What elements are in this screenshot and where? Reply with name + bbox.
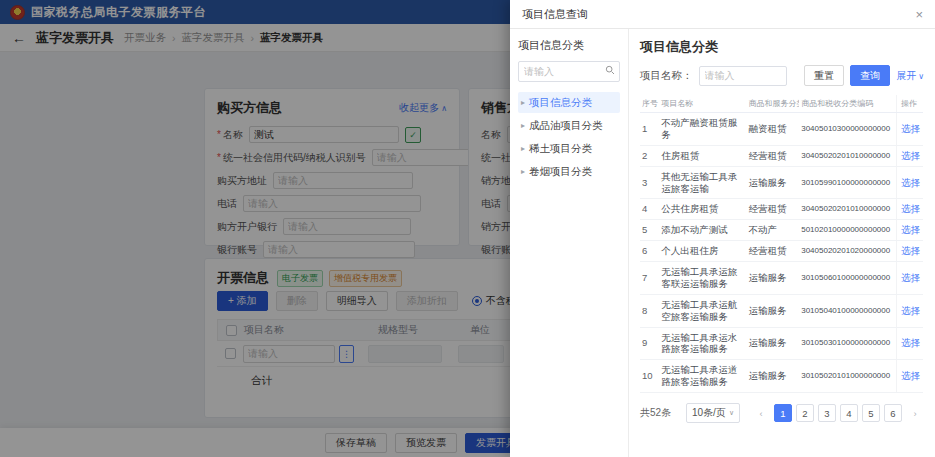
pagination-bar: 共52条 10条/页 ∨ ‹ 123456 › [640, 403, 924, 423]
expand-link[interactable]: 展开 [896, 69, 924, 83]
cell-no: 9 [640, 327, 659, 360]
page-button-3[interactable]: 3 [818, 404, 836, 422]
cell-name: 个人出租住房 [659, 241, 746, 262]
tree-expand-caret-icon[interactable]: ▸ [521, 144, 525, 153]
select-row-link[interactable]: 选择 [901, 305, 920, 316]
cell-short: 不动产 [746, 220, 799, 241]
search-icon [605, 65, 615, 77]
query-button[interactable]: 查询 [850, 65, 890, 86]
drawer-header: 项目信息查询 × [510, 0, 935, 29]
project-query-drawer: 项目信息查询 × 项目信息分类 ▸项目信息分类▸成品油项目分类▸稀土项目分类▸卷… [510, 0, 935, 457]
col-header-category-short: 商品和服务分类简称 [746, 95, 799, 113]
cell-code: 30105060100000000000 [799, 262, 896, 295]
cell-name: 不动产融资租赁服务 [659, 113, 746, 146]
page-size-select[interactable]: 10条/页 ∨ [686, 403, 740, 423]
table-row: 3其他无运输工具承运旅客运输运输服务30105990100000000000选择 [640, 166, 923, 199]
cell-no: 6 [640, 241, 659, 262]
cell-no: 3 [640, 166, 659, 199]
cell-name: 公共住房租赁 [659, 199, 746, 220]
select-row-link[interactable]: 选择 [901, 224, 920, 235]
reset-button[interactable]: 重置 [804, 65, 844, 86]
tree-item-label: 项目信息分类 [529, 96, 592, 110]
cell-code: 30105990100000000000 [799, 166, 896, 199]
tree-item-label: 卷烟项目分类 [529, 165, 592, 179]
cell-code: 30405020201010000000 [799, 145, 896, 166]
select-row-link[interactable]: 选择 [901, 245, 920, 256]
col-header-action: 操作 [897, 95, 923, 113]
prev-page-button[interactable]: ‹ [752, 404, 770, 422]
cell-name: 其他无运输工具承运旅客运输 [659, 166, 746, 199]
screen: 国家税务总局电子发票服务平台 ← 蓝字发票开具 开票业务›蓝字发票开具›蓝字发票… [0, 0, 935, 457]
cell-name: 无运输工具承运道路旅客运输服务 [659, 360, 746, 393]
cell-no: 8 [640, 294, 659, 327]
select-row-link[interactable]: 选择 [901, 370, 920, 381]
col-header-tax-code: 商品和税收分类编码 [799, 95, 896, 113]
table-row: 8无运输工具承运航空旅客运输服务运输服务30105040100000000000… [640, 294, 923, 327]
cell-code: 30105030100000000000 [799, 327, 896, 360]
table-row: 4公共住房租赁经营租赁30405020201010000000选择 [640, 199, 923, 220]
cell-short: 运输服务 [746, 360, 799, 393]
tree-item-category[interactable]: ▸卷烟项目分类 [518, 161, 620, 182]
close-icon[interactable]: × [915, 8, 923, 21]
cell-name: 无运输工具承运水路旅客运输服务 [659, 327, 746, 360]
tree-expand-caret-icon[interactable]: ▸ [521, 121, 525, 130]
cell-no: 1 [640, 113, 659, 146]
cell-name: 添加不动产测试 [659, 220, 746, 241]
col-header-seq: 序号 [640, 95, 659, 113]
page-button-2[interactable]: 2 [796, 404, 814, 422]
select-row-link[interactable]: 选择 [901, 203, 920, 214]
cell-short: 经营租赁 [746, 199, 799, 220]
tree-item-category[interactable]: ▸成品油项目分类 [518, 115, 620, 136]
cell-code: 30105020101000000000 [799, 360, 896, 393]
table-row: 1不动产融资租赁服务融资租赁30405010300000000000选择 [640, 113, 923, 146]
table-row: 10无运输工具承运道路旅客运输服务运输服务3010502010100000000… [640, 360, 923, 393]
cell-short: 经营租赁 [746, 241, 799, 262]
tree-item-label: 成品油项目分类 [529, 119, 603, 133]
page-button-1[interactable]: 1 [774, 404, 792, 422]
cell-code: 30405020201010000000 [799, 199, 896, 220]
select-row-link[interactable]: 选择 [901, 150, 920, 161]
cell-code: 50102010000000000000 [799, 220, 896, 241]
query-panel: 项目信息分类 项目名称： 重置 查询 展开 序号 [629, 29, 935, 457]
tree-expand-caret-icon[interactable]: ▸ [521, 98, 525, 107]
drawer-title: 项目信息查询 [522, 7, 588, 22]
tree-item-selected[interactable]: ▸项目信息分类 [518, 92, 620, 113]
cell-no: 5 [640, 220, 659, 241]
cell-short: 经营租赁 [746, 145, 799, 166]
table-row: 9无运输工具承运水路旅客运输服务运输服务30105030100000000000… [640, 327, 923, 360]
table-row: 7无运输工具承运旅客联运运输服务运输服务30105060100000000000… [640, 262, 923, 295]
cell-no: 4 [640, 199, 659, 220]
chevron-down-icon: ∨ [729, 409, 734, 417]
cell-no: 2 [640, 145, 659, 166]
cell-name: 住房租赁 [659, 145, 746, 166]
col-header-project-name: 项目名称 [659, 95, 746, 113]
cell-short: 运输服务 [746, 262, 799, 295]
page-size-value: 10条/页 [692, 406, 726, 420]
cell-no: 10 [640, 360, 659, 393]
select-row-link[interactable]: 选择 [901, 272, 920, 283]
select-row-link[interactable]: 选择 [901, 177, 920, 188]
cell-code: 30405020201020000000 [799, 241, 896, 262]
cell-short: 融资租赁 [746, 113, 799, 146]
select-row-link[interactable]: 选择 [901, 337, 920, 348]
page-button-5[interactable]: 5 [862, 404, 880, 422]
table-row: 5添加不动产测试不动产50102010000000000000选择 [640, 220, 923, 241]
cell-code: 30405010300000000000 [799, 113, 896, 146]
table-row: 6个人出租住房经营租赁30405020201020000000选择 [640, 241, 923, 262]
cell-short: 运输服务 [746, 294, 799, 327]
table-row: 2住房租赁经营租赁30405020201010000000选择 [640, 145, 923, 166]
cell-name: 无运输工具承运航空旅客运输服务 [659, 294, 746, 327]
select-row-link[interactable]: 选择 [901, 123, 920, 134]
project-name-input[interactable] [699, 66, 787, 86]
project-name-label: 项目名称： [640, 69, 693, 83]
query-panel-title: 项目信息分类 [640, 38, 924, 56]
cell-no: 7 [640, 262, 659, 295]
page-button-4[interactable]: 4 [840, 404, 858, 422]
page-button-6[interactable]: 6 [884, 404, 902, 422]
tree-item-category[interactable]: ▸稀土项目分类 [518, 138, 620, 159]
cell-code: 30105040100000000000 [799, 294, 896, 327]
tree-expand-caret-icon[interactable]: ▸ [521, 167, 525, 176]
cell-short: 运输服务 [746, 327, 799, 360]
tree-item-label: 稀土项目分类 [529, 142, 592, 156]
next-page-button[interactable]: › [906, 404, 924, 422]
